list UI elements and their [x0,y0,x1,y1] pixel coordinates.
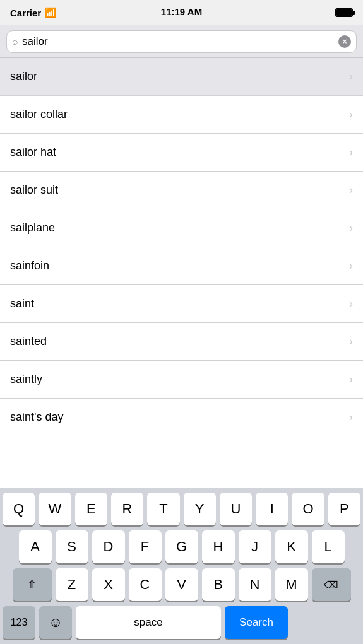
result-text: saint [10,297,349,310]
key-e[interactable]: E [75,493,107,525]
keyboard-letter-rows: Q W E R T Y U I O P A S D F G H J K L ⇧ … [0,488,363,601]
result-item[interactable]: saint› [0,285,363,323]
key-i[interactable]: I [256,493,288,525]
key-w[interactable]: W [39,493,71,525]
search-button[interactable]: Search [225,606,288,639]
key-m[interactable]: M [275,568,308,601]
space-key[interactable]: space [76,606,221,639]
chevron-right-icon: › [349,108,353,121]
key-l[interactable]: L [312,530,345,563]
delete-key[interactable]: ⌫ [312,568,351,601]
chevron-right-icon: › [349,297,353,310]
shift-key[interactable]: ⇧ [13,568,52,601]
key-g[interactable]: G [165,530,198,563]
key-p[interactable]: P [328,493,360,525]
key-u[interactable]: U [220,493,252,525]
numbers-key[interactable]: 123 [3,606,35,639]
search-input[interactable] [22,35,338,48]
chevron-right-icon: › [349,146,353,159]
result-text: sainfoin [10,259,349,272]
key-t[interactable]: T [147,493,179,525]
keyboard-row-2: A S D F G H J K L [3,530,360,563]
key-y[interactable]: Y [184,493,216,525]
result-item[interactable]: sailor hat› [0,134,363,172]
result-item[interactable]: sailor› [0,58,363,96]
chevron-right-icon: › [349,259,353,272]
result-item[interactable]: sailor suit› [0,172,363,209]
status-bar: Carrier 📶 11:19 AM [0,0,363,25]
time-display: 11:19 AM [161,6,202,17]
keyboard: Q W E R T Y U I O P A S D F G H J K L ⇧ … [0,488,363,644]
key-k[interactable]: K [275,530,308,563]
result-item[interactable]: sailor collar› [0,96,363,134]
chevron-right-icon: › [349,373,353,386]
result-item[interactable]: sainted› [0,323,363,361]
result-text: sailplane [10,221,349,235]
result-text: saintly [10,373,349,386]
result-text: sailor hat [10,146,349,159]
chevron-right-icon: › [349,70,353,83]
chevron-right-icon: › [349,184,353,197]
result-text: sailor suit [10,184,349,197]
key-d[interactable]: D [92,530,125,563]
result-text: sailor [10,70,349,83]
key-a[interactable]: A [19,530,52,563]
result-item[interactable]: sailplane› [0,209,363,247]
results-list: sailor›sailor collar›sailor hat›sailor s… [0,58,363,436]
key-b[interactable]: B [202,568,235,601]
chevron-right-icon: › [349,221,353,235]
result-item[interactable]: saintly› [0,361,363,399]
battery-area [335,8,353,17]
key-v[interactable]: V [165,568,198,601]
chevron-right-icon: › [349,411,353,424]
chevron-right-icon: › [349,335,353,348]
key-r[interactable]: R [111,493,143,525]
result-text: sainted [10,335,349,348]
result-text: sailor collar [10,108,349,121]
battery-icon [335,8,353,17]
result-item[interactable]: sainfoin› [0,247,363,285]
key-x[interactable]: X [92,568,125,601]
search-input-wrapper: ⌕ × [6,30,357,53]
keyboard-bottom-row: 123 ☺ space Search [0,606,363,644]
keyboard-row-1: Q W E R T Y U I O P [3,493,360,525]
search-bar-container: ⌕ × [0,25,363,58]
key-q[interactable]: Q [3,493,35,525]
key-c[interactable]: C [129,568,162,601]
carrier-label: Carrier [10,8,41,18]
key-j[interactable]: J [239,530,271,563]
result-item[interactable]: saint's day› [0,399,363,436]
key-h[interactable]: H [202,530,235,563]
keyboard-row-3: ⇧ Z X C V B N M ⌫ [3,568,360,601]
key-z[interactable]: Z [56,568,88,601]
key-s[interactable]: S [56,530,88,563]
key-f[interactable]: F [129,530,162,563]
search-icon: ⌕ [12,36,18,47]
key-n[interactable]: N [239,568,271,601]
carrier-info: Carrier 📶 [10,7,57,18]
clear-button[interactable]: × [338,35,351,48]
wifi-icon: 📶 [45,7,57,18]
result-text: saint's day [10,411,349,424]
emoji-key[interactable]: ☺ [39,606,72,639]
key-o[interactable]: O [292,493,324,525]
